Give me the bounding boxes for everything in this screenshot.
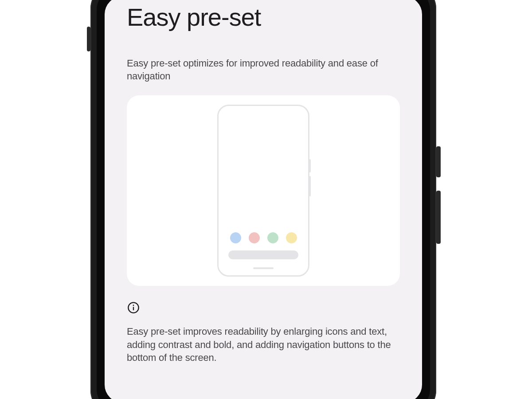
svg-point-2 bbox=[133, 305, 134, 306]
preview-phone-side-button bbox=[309, 159, 311, 172]
preview-home-indicator bbox=[253, 267, 274, 269]
screen-content: Easy pre-set Easy pre-set optimizes for … bbox=[105, 0, 422, 399]
preview-dock-icons bbox=[219, 232, 308, 243]
preview-phone-side-button bbox=[309, 176, 311, 196]
page-subtitle: Easy pre-set optimizes for improved read… bbox=[127, 57, 400, 83]
preview-card bbox=[127, 95, 400, 286]
device-button-left bbox=[87, 27, 90, 51]
device-frame: Easy pre-set Easy pre-set optimizes for … bbox=[90, 0, 436, 399]
info-row bbox=[127, 301, 400, 314]
device-button-right bbox=[436, 191, 441, 244]
viewport: Easy pre-set Easy pre-set optimizes for … bbox=[0, 0, 532, 399]
info-icon bbox=[127, 301, 140, 314]
device-button-right bbox=[436, 146, 441, 177]
preview-dock-dot bbox=[267, 232, 278, 243]
device-bezel: Easy pre-set Easy pre-set optimizes for … bbox=[97, 0, 430, 399]
preview-dock-dot bbox=[230, 232, 241, 243]
page-title: Easy pre-set bbox=[127, 4, 400, 31]
preview-dock-dot bbox=[286, 232, 297, 243]
preview-phone-illustration bbox=[217, 105, 309, 277]
device-screen: Easy pre-set Easy pre-set optimizes for … bbox=[105, 0, 422, 399]
preview-search-pill bbox=[228, 250, 298, 259]
preview-dock-dot bbox=[249, 232, 260, 243]
page-detail-text: Easy pre-set improves readability by enl… bbox=[127, 325, 400, 364]
